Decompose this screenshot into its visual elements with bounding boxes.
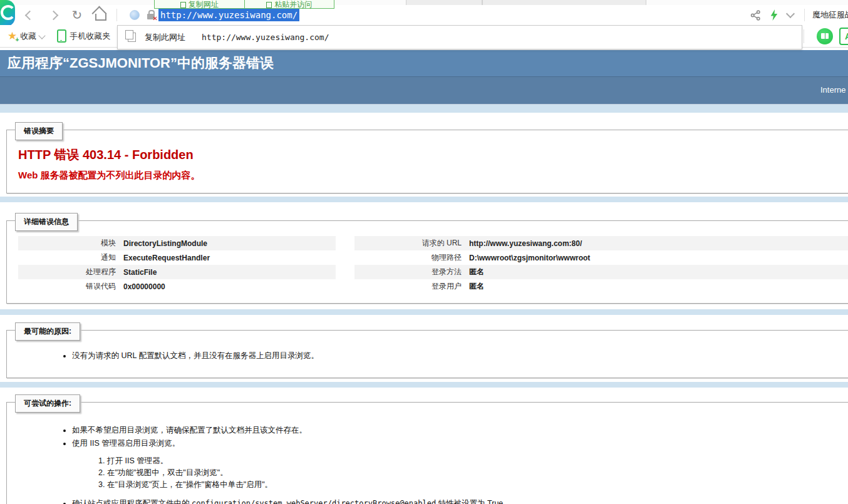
translate-icon[interactable]: A <box>839 28 848 45</box>
browser-toolbar: ↻ ✕ http://www.yuzesiwang.com/ <box>0 5 848 25</box>
reader-mode-button[interactable] <box>817 28 833 44</box>
forward-icon <box>48 10 58 20</box>
forward-button[interactable] <box>44 7 63 23</box>
copy-url-panel: 复制此网址 http://www.yuzesiwang.com/ <box>117 25 802 49</box>
copy-url-button[interactable]: 复制网址 <box>155 0 244 8</box>
config-code: configuration/system.webServer/directory… <box>192 499 436 504</box>
list-item: 如果不希望启用目录浏览，请确保配置了默认文档并且该文件存在。 <box>72 425 848 436</box>
back-button[interactable] <box>20 7 39 23</box>
share-icon <box>750 10 761 21</box>
tab-bar[interactable] <box>0 0 848 5</box>
reload-button[interactable]: ↻ <box>68 7 86 23</box>
error-title: HTTP 错误 403.14 - Forbidden <box>18 147 848 163</box>
error-summary-container: 错误摘要 HTTP 错误 403.14 - Forbidden Web 服务器被… <box>0 113 848 197</box>
favorites-button[interactable]: 收藏 <box>20 31 36 42</box>
copy-panel-label[interactable]: 复制此网址 <box>145 32 185 43</box>
back-icon <box>24 10 34 20</box>
mobile-favorites-icon <box>57 29 66 43</box>
chevron-down-icon <box>786 9 795 18</box>
toolbar-divider <box>116 9 117 21</box>
row-label: 通知 <box>18 250 120 265</box>
text-segment: 确认站点或应用程序配置文件中的 <box>72 499 192 504</box>
list-item: 没有为请求的 URL 配置默认文档，并且没有在服务器上启用目录浏览。 <box>72 351 848 361</box>
list-item: 确认站点或应用程序配置文件中的 configuration/system.web… <box>72 498 848 504</box>
list-item: 在"目录浏览"页上，在"操作"窗格中单击"启用"。 <box>107 480 848 490</box>
text-segment: 特性被设置为 True。 <box>436 499 511 504</box>
error-subtitle: Web 服务器被配置为不列出此目录的内容。 <box>18 170 848 182</box>
things-to-try-container: 可尝试的操作: 如果不希望启用目录浏览，请确保配置了默认文档并且该文件存在。 使… <box>0 388 848 504</box>
copy-url-label: 复制网址 <box>189 1 219 8</box>
likely-causes-legend: 最可能的原因: <box>15 322 80 341</box>
table-row: 登录用户 匿名 <box>354 279 848 294</box>
likely-causes-list: 没有为请求的 URL 配置默认文档，并且没有在服务器上启用目录浏览。 <box>62 351 848 361</box>
favorites-chevron-icon[interactable] <box>39 32 46 39</box>
likely-causes-container: 最可能的原因: 没有为请求的 URL 配置默认文档，并且没有在服务器上启用目录浏… <box>0 315 848 382</box>
row-label: 模块 <box>18 236 120 250</box>
table-row: 登录方法 匿名 <box>354 265 848 279</box>
row-value: DirectoryListingModule <box>120 236 336 250</box>
row-value: 匿名 <box>465 279 848 294</box>
server-version-label: Interne <box>820 85 845 95</box>
row-label: 错误代码 <box>18 279 120 294</box>
row-label: 处理程序 <box>18 265 120 279</box>
list-item: 使用 IIS 管理器启用目录浏览。 <box>72 438 848 449</box>
row-label: 登录用户 <box>354 279 465 294</box>
row-label: 登录方法 <box>354 265 465 279</box>
row-value: http://www.yuzesiwang.com:80/ <box>465 236 848 250</box>
row-label: 物理路径 <box>354 250 465 265</box>
reload-icon: ↻ <box>72 9 83 21</box>
toolbar-divider <box>804 9 805 21</box>
row-value: ExecuteRequestHandler <box>120 250 336 265</box>
mobile-favorites-button[interactable]: 手机收藏夹 <box>70 31 110 42</box>
page-content: 应用程序“ZGSJMONITOR”中的服务器错误 Interne 错误摘要 HT… <box>0 50 848 504</box>
toolbar-menu-button[interactable] <box>787 13 794 17</box>
table-row: 错误代码 0x00000000 <box>18 279 336 294</box>
lightning-icon <box>770 9 778 21</box>
detailed-info-container: 详细错误信息 模块 DirectoryListingModule 通知 Exec… <box>0 202 848 309</box>
iis-steps-list: 打开 IIS 管理器。 在"功能"视图中，双击"目录浏览"。 在"目录浏览"页上… <box>96 456 848 490</box>
error-summary-legend: 错误摘要 <box>15 122 63 140</box>
share-button[interactable] <box>750 10 761 21</box>
page-title: 应用程序“ZGSJMONITOR”中的服务器错误 <box>8 54 274 73</box>
row-value: D:\wwwroot\zgsjmonitor\wwwroot <box>465 250 848 265</box>
things-to-try-list: 如果不希望启用目录浏览，请确保配置了默认文档并且该文件存在。 使用 IIS 管理… <box>62 425 848 449</box>
things-to-try-list: 确认站点或应用程序配置文件中的 configuration/system.web… <box>62 498 848 504</box>
detail-table-right: 请求的 URL http://www.yuzesiwang.com:80/ 物理… <box>354 236 848 294</box>
copy-icon <box>128 33 136 42</box>
list-item: 打开 IIS 管理器。 <box>107 456 848 466</box>
book-icon <box>821 33 829 39</box>
browser-logo-icon[interactable] <box>0 0 15 26</box>
insecure-lock-icon[interactable]: ✕ <box>147 14 155 19</box>
list-item: 在"功能"视图中，双击"目录浏览"。 <box>107 468 848 478</box>
bookmarks-divider <box>804 29 804 43</box>
copy-panel-url[interactable]: http://www.yuzesiwang.com/ <box>202 33 329 42</box>
things-to-try-fieldset: 可尝试的操作: 如果不希望启用目录浏览，请确保配置了默认文档并且该文件存在。 使… <box>6 402 848 504</box>
detailed-info-legend: 详细错误信息 <box>15 213 78 231</box>
url-context-popup: 复制网址 粘贴并访问 <box>154 0 334 9</box>
home-button[interactable] <box>91 7 110 23</box>
row-value: 0x00000000 <box>120 279 336 294</box>
copy-url-icon <box>180 2 186 8</box>
table-row: 模块 DirectoryListingModule <box>18 236 336 250</box>
table-row: 处理程序 StaticFile <box>18 265 336 279</box>
table-row: 物理路径 D:\wwwroot\zgsjmonitor\wwwroot <box>354 250 848 265</box>
site-info-icon[interactable] <box>130 10 140 20</box>
things-to-try-legend: 可尝试的操作: <box>15 394 80 413</box>
speed-mode-button[interactable] <box>770 9 778 21</box>
detailed-info-fieldset: 详细错误信息 模块 DirectoryListingModule 通知 Exec… <box>6 220 848 304</box>
table-row: 通知 ExecuteRequestHandler <box>18 250 336 265</box>
row-label: 请求的 URL <box>354 236 465 250</box>
home-icon <box>95 14 106 21</box>
error-summary-fieldset: 错误摘要 HTTP 错误 403.14 - Forbidden Web 服务器被… <box>6 130 848 193</box>
paste-go-icon <box>266 2 272 8</box>
bookmark-item-label[interactable]: 魔地征服战 <box>812 9 848 21</box>
address-bar-input[interactable]: http://www.yuzesiwang.com/ <box>158 9 299 21</box>
paste-and-go-button[interactable]: 粘贴并访问 <box>244 0 334 8</box>
paste-go-label: 粘贴并访问 <box>274 1 312 8</box>
error-page-header: 应用程序“ZGSJMONITOR”中的服务器错误 <box>0 50 848 76</box>
browser-chrome: 复制网址 粘贴并访问 ↻ ✕ http://www.yuzesiwang.com… <box>0 0 848 50</box>
detail-table-left: 模块 DirectoryListingModule 通知 ExecuteRequ… <box>18 236 336 294</box>
row-value: StaticFile <box>120 265 336 279</box>
server-version-bar: Interne <box>0 76 848 105</box>
table-row: 请求的 URL http://www.yuzesiwang.com:80/ <box>354 236 848 250</box>
